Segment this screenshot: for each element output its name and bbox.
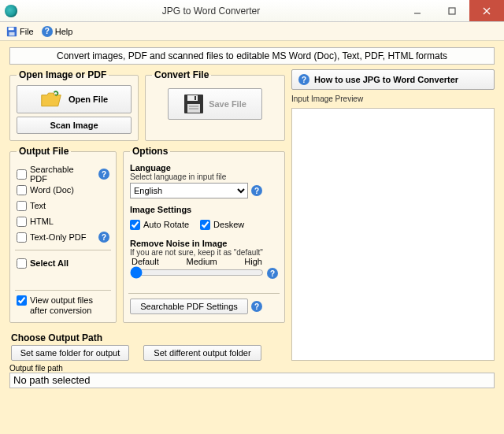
- checkbox-html[interactable]: [17, 217, 27, 227]
- language-select[interactable]: English: [130, 183, 248, 198]
- window-title: JPG to Word Converter: [22, 6, 400, 17]
- svg-rect-5: [9, 27, 14, 30]
- language-heading: Language: [130, 163, 278, 172]
- options-legend: Options: [130, 146, 170, 157]
- output-path-label: Output file path: [9, 364, 495, 373]
- checkbox-searchable-pdf[interactable]: [17, 169, 27, 180]
- svg-rect-10: [195, 96, 196, 100]
- help-icon[interactable]: ?: [98, 232, 109, 243]
- svg-rect-9: [187, 95, 198, 101]
- checkbox-select-all[interactable]: [17, 258, 27, 269]
- floppy-icon: [183, 94, 204, 114]
- menu-file[interactable]: File: [6, 26, 34, 37]
- checkbox-textonly-pdf[interactable]: [17, 232, 27, 243]
- noise-slider-labels: Default Medium High: [130, 257, 264, 266]
- output-path-value: No path selected: [9, 373, 495, 388]
- convert-file-legend: Convert File: [152, 69, 211, 80]
- language-sub: Select language in input file: [130, 172, 278, 181]
- close-button[interactable]: [469, 0, 504, 21]
- checkbox-text[interactable]: [17, 201, 27, 211]
- menu-help[interactable]: ? Help: [42, 26, 73, 37]
- checkbox-deskew[interactable]: [200, 220, 210, 230]
- help-icon: ?: [298, 74, 309, 85]
- preview-label: Input Image Preview: [291, 95, 495, 103]
- noise-sub: If you are not sure, keep it as "default…: [130, 248, 278, 257]
- menu-bar: File ? Help: [0, 22, 504, 41]
- minimize-button[interactable]: [400, 0, 435, 21]
- help-icon: ?: [42, 26, 53, 37]
- checkbox-auto-rotate[interactable]: [130, 220, 140, 230]
- options-group: Options Language Select language in inpu…: [123, 146, 285, 323]
- app-icon: [5, 5, 17, 17]
- svg-rect-1: [449, 8, 455, 14]
- description-banner: Convert images, PDF and scanned files to…: [9, 47, 495, 65]
- choose-path-legend: Choose Output Path: [11, 332, 285, 343]
- image-settings-heading: Image Settings: [130, 205, 278, 214]
- maximize-button[interactable]: [435, 0, 469, 21]
- open-image-group: Open Image or PDF Open File Scan Image: [9, 69, 139, 141]
- help-icon[interactable]: ?: [98, 169, 109, 180]
- noise-slider[interactable]: [130, 266, 264, 279]
- help-icon[interactable]: ?: [251, 185, 262, 196]
- svg-rect-6: [9, 32, 15, 35]
- set-same-folder-button[interactable]: Set same folder for output: [11, 345, 129, 361]
- help-icon[interactable]: ?: [251, 301, 262, 312]
- checkbox-word-doc[interactable]: [17, 185, 27, 195]
- open-image-legend: Open Image or PDF: [17, 69, 109, 80]
- scan-image-button[interactable]: Scan Image: [17, 117, 132, 134]
- output-file-group: Output File Searchable PDF? Word (Doc) T…: [9, 146, 117, 323]
- choose-output-path-group: Choose Output Path Set same folder for o…: [9, 331, 285, 361]
- searchable-pdf-settings-button[interactable]: Searchable PDF Settings: [130, 299, 248, 314]
- how-to-use-button[interactable]: ? How to use JPG to Word Converter: [291, 69, 495, 90]
- save-file-button[interactable]: Save File: [168, 88, 262, 120]
- title-bar: JPG to Word Converter: [0, 0, 504, 22]
- set-different-folder-button[interactable]: Set different output folder: [143, 345, 261, 361]
- help-icon[interactable]: ?: [267, 268, 278, 279]
- input-image-preview: [291, 108, 495, 361]
- convert-file-group: Convert File Save File: [145, 69, 285, 141]
- noise-heading: Remove Noise in Image: [130, 239, 278, 248]
- folder-open-icon: [40, 91, 62, 108]
- open-file-button[interactable]: Open File: [17, 85, 132, 113]
- checkbox-view-output[interactable]: [17, 295, 27, 306]
- output-file-legend: Output File: [17, 146, 71, 157]
- save-icon: [6, 26, 17, 37]
